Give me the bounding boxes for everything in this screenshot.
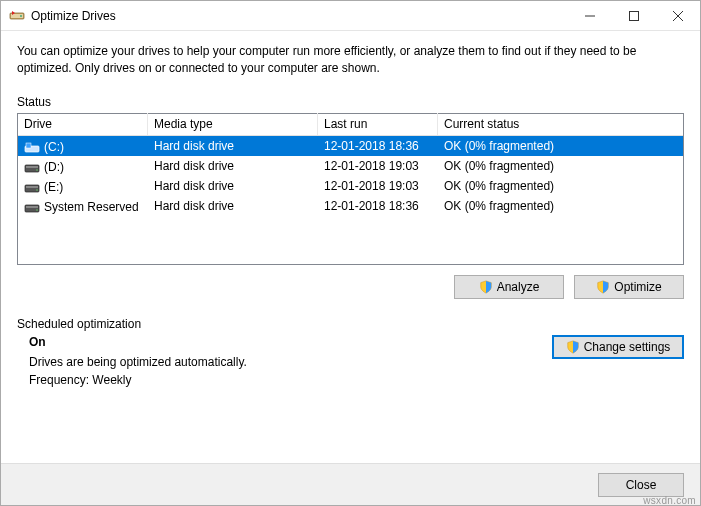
drive-name: (C:) [44,139,64,153]
drive-icon [24,200,40,212]
drive-icon [24,140,40,152]
table-row[interactable]: (E:) Hard disk drive 12-01-2018 19:03 OK… [18,176,683,196]
drive-lastrun: 12-01-2018 18:36 [318,196,438,216]
col-header-media[interactable]: Media type [148,113,318,135]
svg-point-2 [20,15,22,17]
drive-media: Hard disk drive [148,176,318,196]
close-button[interactable]: Close [598,473,684,497]
svg-rect-4 [630,11,639,20]
drive-icon [24,180,40,192]
drive-name: (E:) [44,179,63,193]
col-header-lastrun[interactable]: Last run [318,113,438,135]
change-settings-label: Change settings [584,340,671,354]
drive-status: OK (0% fragmented) [438,156,683,176]
drive-status: OK (0% fragmented) [438,196,683,216]
drive-icon [24,160,40,172]
list-header[interactable]: Drive Media type Last run Current status [18,114,683,136]
optimize-button[interactable]: Optimize [574,275,684,299]
drive-media: Hard disk drive [148,156,318,176]
svg-point-11 [36,170,38,172]
drive-status: OK (0% fragmented) [438,176,683,196]
drive-name: System Reserved [44,199,139,213]
shield-icon [596,280,610,294]
drive-media: Hard disk drive [148,136,318,156]
svg-rect-10 [26,166,38,168]
drive-name: (D:) [44,159,64,173]
scheduled-label: Scheduled optimization [17,317,684,331]
shield-icon [479,280,493,294]
scheduled-frequency: Frequency: Weekly [29,373,552,387]
scheduled-desc: Drives are being optimized automatically… [29,355,552,369]
analyze-button[interactable]: Analyze [454,275,564,299]
optimize-label: Optimize [614,280,661,294]
change-settings-button[interactable]: Change settings [552,335,684,359]
table-row[interactable]: (C:) Hard disk drive 12-01-2018 18:36 OK… [18,136,683,156]
description-text: You can optimize your drives to help you… [17,43,684,77]
scheduled-state: On [29,335,552,349]
maximize-button[interactable] [612,1,656,31]
drive-media: Hard disk drive [148,196,318,216]
svg-point-14 [36,190,38,192]
drives-list[interactable]: Drive Media type Last run Current status… [17,113,684,265]
svg-rect-13 [26,186,38,188]
table-row[interactable]: System Reserved Hard disk drive 12-01-20… [18,196,683,216]
titlebar: Optimize Drives [1,1,700,31]
drive-status: OK (0% fragmented) [438,136,683,156]
svg-point-17 [36,210,38,212]
status-label: Status [17,95,684,109]
minimize-button[interactable] [568,1,612,31]
app-icon [9,8,25,24]
watermark: wsxdn.com [643,495,696,506]
drive-lastrun: 12-01-2018 19:03 [318,156,438,176]
footer: Close wsxdn.com [1,463,700,505]
window-title: Optimize Drives [31,9,568,23]
shield-icon [566,340,580,354]
svg-rect-8 [26,143,31,148]
drive-lastrun: 12-01-2018 19:03 [318,176,438,196]
drive-lastrun: 12-01-2018 18:36 [318,136,438,156]
col-header-status[interactable]: Current status [438,113,683,135]
svg-rect-16 [26,206,38,208]
close-window-button[interactable] [656,1,700,31]
analyze-label: Analyze [497,280,540,294]
col-header-drive[interactable]: Drive [18,113,148,135]
close-label: Close [626,478,657,492]
table-row[interactable]: (D:) Hard disk drive 12-01-2018 19:03 OK… [18,156,683,176]
